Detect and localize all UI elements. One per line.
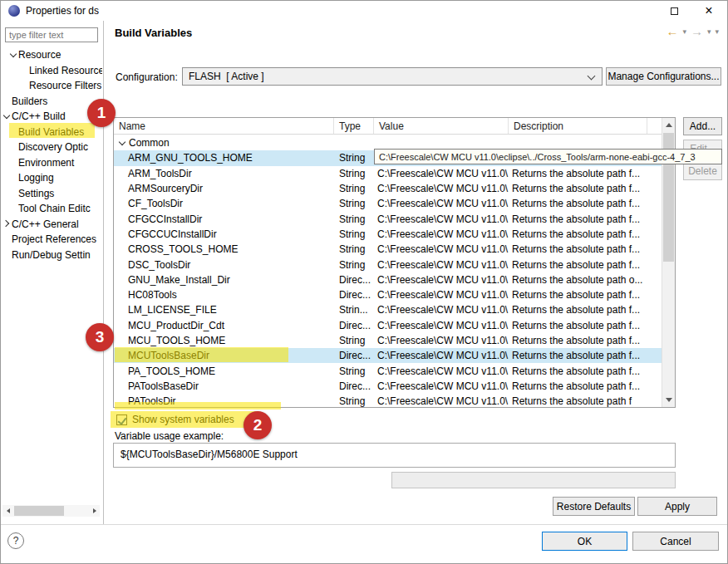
- back-arrow-icon[interactable]: ←: [666, 24, 678, 38]
- cell-description: Returns the absolute path o...: [509, 274, 662, 286]
- cell-value: C:\Freescale\CW MCU v11.0\...: [374, 198, 509, 209]
- sidebar-horizontal-scrollbar[interactable]: [2, 505, 100, 517]
- back-dropdown-icon[interactable]: ▾: [682, 27, 686, 36]
- scrollbar-thumb[interactable]: [14, 506, 64, 516]
- scroll-left-icon[interactable]: [2, 505, 13, 517]
- sidebar-item-tool-chain-editc[interactable]: Tool Chain Editc: [1, 201, 102, 217]
- scroll-up-icon[interactable]: [662, 118, 675, 132]
- annotation-badge-3: 3: [86, 323, 114, 351]
- chevron-spacer: [9, 143, 18, 152]
- table-row-patoolsdir[interactable]: PAToolsDirStringC:\Freescale\CW MCU v11.…: [114, 394, 662, 407]
- table-row-cross-tools-home[interactable]: CROSS_TOOLS_HOMEStringC:\Freescale\CW MC…: [114, 242, 662, 257]
- sidebar-item-logging[interactable]: Logging: [1, 170, 102, 186]
- window-title: Properties for ds: [26, 5, 99, 17]
- table-row-gnu-make-install-dir[interactable]: GNU_Make_Install_DirDirec...C:\Freescale…: [114, 272, 662, 287]
- table-row-cf-toolsdir[interactable]: CF_ToolsDirStringC:\Freescale\CW MCU v11…: [114, 196, 662, 211]
- cancel-button[interactable]: Cancel: [632, 532, 719, 551]
- table-row-armsourcerydir[interactable]: ARMSourceryDirStringC:\Freescale\CW MCU …: [114, 181, 662, 196]
- cell-description: Returns the absolute path f...: [509, 289, 662, 301]
- chevron-spacer: [20, 81, 29, 91]
- chevron-spacer: [2, 96, 12, 105]
- table-row-mcu-productdir-cdt[interactable]: MCU_ProductDir_CdtDirec...C:\Freescale\C…: [114, 318, 662, 333]
- cell-value: C:\Freescale\CW MCU v11.0\...: [374, 289, 509, 301]
- close-button[interactable]: ×: [691, 1, 727, 21]
- table-row-hc08tools[interactable]: HC08ToolsDirec...C:\Freescale\CW MCU v11…: [114, 287, 662, 302]
- cell-name: CROSS_TOOLS_HOME: [114, 243, 334, 255]
- column-header-type[interactable]: Type: [334, 118, 374, 134]
- delete-button[interactable]: Delete: [683, 162, 722, 180]
- cell-description: Returns the absolute path f...: [509, 350, 662, 361]
- cell-value: C:\Freescale\CW MCU v11.0\...: [374, 259, 509, 271]
- table-row-lm-license-file[interactable]: LM_LICENSE_FILEStrin...C:\Freescale\CW M…: [114, 302, 662, 317]
- sidebar-item-settings[interactable]: Settings: [1, 186, 102, 202]
- add-button[interactable]: Add...: [683, 117, 722, 135]
- sidebar-item-label: Resource: [18, 49, 61, 61]
- scroll-right-icon[interactable]: [89, 505, 100, 517]
- cell-name: MCU_TOOLS_HOME: [114, 335, 334, 346]
- cell-type: String: [334, 259, 374, 271]
- sidebar-item-linked-resource[interactable]: Linked Resource: [1, 63, 102, 79]
- sidebar-item-label: Run/Debug Settin: [12, 249, 91, 261]
- sidebar-item-label: Tool Chain Editc: [18, 203, 91, 214]
- sidebar-item-resource-filters[interactable]: Resource Filters: [1, 78, 102, 94]
- column-header-value[interactable]: Value: [374, 118, 509, 134]
- forward-dropdown-icon[interactable]: ▾: [707, 27, 711, 36]
- chevron-down-icon[interactable]: [9, 51, 18, 60]
- table-row-dsc-toolsdir[interactable]: DSC_ToolsDirStringC:\Freescale\CW MCU v1…: [114, 257, 662, 272]
- cell-value: C:\Freescale\CW MCU v11.0\: [374, 395, 509, 407]
- table-row-mcutoolsbasedir[interactable]: MCUToolsBaseDirDirec...C:\Freescale\CW M…: [114, 348, 662, 363]
- ok-button[interactable]: OK: [542, 532, 627, 551]
- properties-dialog: Properties for ds × ResourceLinked Resou…: [0, 0, 728, 564]
- sidebar-item-discovery-optic[interactable]: Discovery Optic: [1, 140, 102, 155]
- maximize-button[interactable]: [656, 1, 692, 21]
- restore-defaults-button[interactable]: Restore Defaults: [553, 497, 635, 516]
- chevron-spacer: [20, 66, 29, 75]
- chevron-right-icon[interactable]: [2, 219, 12, 228]
- sidebar-item-builders[interactable]: Builders: [1, 94, 102, 110]
- cell-name: ARM_GNU_TOOLS_HOME: [114, 152, 334, 164]
- table-row-pa-tools-home[interactable]: PA_TOOLS_HOMEStringC:\Freescale\CW MCU v…: [114, 363, 662, 378]
- help-button[interactable]: ?: [7, 532, 24, 549]
- sidebar-item-build-variables[interactable]: Build Variables: [1, 125, 102, 140]
- sidebar-item-label: Project References: [12, 233, 96, 245]
- cell-type: String: [334, 243, 374, 255]
- table-row-mcu-tools-home[interactable]: MCU_TOOLS_HOMEStringC:\Freescale\CW MCU …: [114, 333, 662, 348]
- column-header-name[interactable]: Name: [114, 118, 334, 134]
- manage-configurations-button[interactable]: Manage Configurations...: [606, 67, 721, 86]
- cell-name: CFGCCUCInstallDir: [114, 228, 334, 240]
- cell-value: C:\Freescale\CW MCU v11.0\...: [374, 243, 509, 255]
- forward-arrow-icon[interactable]: →: [691, 24, 703, 38]
- sidebar-divider: [103, 21, 104, 524]
- show-system-variables-checkbox[interactable]: [116, 414, 127, 425]
- cell-name: LM_LICENSE_FILE: [114, 304, 334, 316]
- chevron-down-icon[interactable]: [118, 139, 127, 148]
- cell-type: Direc...: [334, 274, 374, 286]
- cell-name: CF_ToolsDir: [114, 198, 334, 209]
- sidebar-item-run-debug-settin[interactable]: Run/Debug Settin: [1, 248, 102, 263]
- sidebar-item-c-c-general[interactable]: C/C++ General: [1, 217, 102, 233]
- sidebar-item-environment[interactable]: Environment: [1, 155, 102, 171]
- table-row-cfgccucinstalldir[interactable]: CFGCCUCInstallDirStringC:\Freescale\CW M…: [114, 227, 662, 242]
- sidebar-item-resource[interactable]: Resource: [1, 47, 102, 63]
- scroll-down-icon[interactable]: [662, 393, 675, 407]
- apply-button[interactable]: Apply: [637, 497, 717, 516]
- configuration-select[interactable]: FLASH [ Active ]: [182, 67, 603, 86]
- sidebar-item-label: Build Variables: [18, 126, 84, 138]
- cell-description: Returns the absolute path f: [509, 395, 662, 407]
- chevron-spacer: [9, 158, 18, 167]
- chevron-spacer: [9, 204, 18, 213]
- chevron-down-icon[interactable]: [2, 112, 12, 121]
- sidebar-item-label: Logging: [18, 172, 54, 184]
- view-menu-icon[interactable]: ▾: [715, 27, 719, 36]
- cell-type: Direc...: [334, 289, 374, 301]
- column-header-description[interactable]: Description: [509, 118, 647, 134]
- table-row-arm-toolsdir[interactable]: ARM_ToolsDirStringC:\Freescale\CW MCU v1…: [114, 166, 662, 181]
- sidebar-item-project-references[interactable]: Project References: [1, 232, 102, 248]
- table-row-cfgccinstalldir[interactable]: CFGCCInstallDirStringC:\Freescale\CW MCU…: [114, 211, 662, 226]
- filter-input[interactable]: [5, 27, 98, 42]
- cell-name: ARMSourceryDir: [114, 183, 334, 194]
- table-row-patoolsbasedir[interactable]: PAToolsBaseDirDirec...C:\Freescale\CW MC…: [114, 379, 662, 394]
- cell-type: String: [334, 168, 374, 179]
- cell-description: Returns the absolute path f...: [509, 243, 662, 255]
- cell-description: Returns the absolute path f...: [509, 228, 662, 240]
